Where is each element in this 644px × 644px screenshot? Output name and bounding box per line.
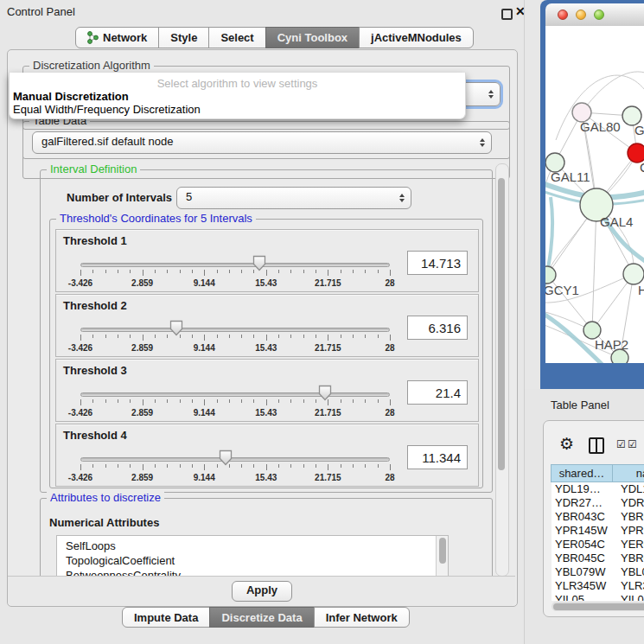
table-row[interactable]: YBR045CYBR0 <box>552 552 644 565</box>
threshold-slider[interactable]: -3.4262.8599.14415.4321.71528 <box>80 387 390 422</box>
attribute-list-item[interactable]: BetweennessCentrality <box>57 568 448 576</box>
tab-impute-data[interactable]: Impute Data <box>122 607 210 628</box>
slider-track[interactable] <box>80 392 390 397</box>
slider-tick <box>118 270 118 273</box>
tab-infer-network[interactable]: Infer Network <box>314 607 410 628</box>
slider-tick <box>105 270 106 273</box>
threshold-value-field[interactable]: 14.713 <box>407 251 468 275</box>
slider-tick <box>130 399 131 403</box>
table-cell[interactable]: YDR27… <box>552 496 614 510</box>
threshold-label: Threshold 2 <box>63 299 127 312</box>
tab-network[interactable]: Network <box>75 27 159 48</box>
slider-tick <box>278 270 279 273</box>
network-node[interactable] <box>583 322 601 339</box>
table-row[interactable]: YIL05YIL0 <box>552 593 644 601</box>
table-row[interactable]: YBL079WYBL0 <box>552 565 644 579</box>
slider-tick <box>105 399 106 403</box>
table-cell[interactable]: YLR3 <box>614 579 644 593</box>
panel-scrollbar[interactable] <box>495 163 509 577</box>
table-cell[interactable]: YDL19… <box>552 482 614 496</box>
slider-tick <box>192 270 193 273</box>
table-row[interactable]: YER054CYER0 <box>552 538 644 552</box>
tab-style[interactable]: Style <box>158 27 209 48</box>
close-traffic-light-icon[interactable] <box>558 10 568 20</box>
slider-scale-label: 2.859 <box>117 408 169 418</box>
checkbox-icon[interactable]: ☑ <box>616 438 626 450</box>
table-row[interactable]: YBR043CYBR0 <box>552 510 644 524</box>
tab-cyni-toolbox[interactable]: Cyni Toolbox <box>265 27 360 48</box>
table-cell[interactable]: YIL0 <box>614 593 644 601</box>
table-row[interactable]: YDL19…YDL1 <box>552 482 644 496</box>
attributes-groupbox: Attributes to discretize Numerical Attri… <box>40 498 493 576</box>
checkbox-icon[interactable]: ☑ <box>628 438 637 450</box>
table-cell[interactable]: YPR1 <box>614 524 644 538</box>
slider-scale-label: 9.144 <box>178 408 230 418</box>
attribute-list-item[interactable]: TopologicalCoefficient <box>57 553 448 568</box>
threshold-slider[interactable]: -3.4262.8599.14415.4321.71528 <box>80 258 390 292</box>
network-window-titlebar[interactable] <box>545 3 644 27</box>
network-node[interactable] <box>623 264 644 284</box>
algorithm-option-manual-discretization[interactable]: Manual Discretization <box>13 90 129 103</box>
threshold-slider[interactable]: -3.4262.8599.14415.4321.71528 <box>80 322 390 357</box>
table-cell[interactable]: YBL0 <box>614 565 644 579</box>
table-cell[interactable]: YPR145W <box>552 524 614 538</box>
network-node[interactable] <box>611 349 628 363</box>
threshold-slider[interactable]: -3.4262.8599.14415.4321.71528 <box>80 452 390 487</box>
table-cell[interactable]: YBL079W <box>552 565 614 579</box>
algorithm-popup-prompt: Select algorithm to view settings <box>10 77 465 90</box>
slider-scale-label: 15.43 <box>240 473 292 482</box>
slider-track[interactable] <box>80 263 390 267</box>
network-canvas[interactable]: GAL80GACGAL11GAL4GCY1HHAP2 <box>545 26 644 363</box>
tab-label: Style <box>170 31 197 44</box>
apply-button[interactable]: Apply <box>232 581 292 602</box>
slider-handle[interactable] <box>318 385 332 401</box>
slider-handle[interactable] <box>169 320 183 336</box>
table-cell[interactable]: YLR345W <box>552 579 614 593</box>
table-cell[interactable]: YDR2 <box>614 496 644 510</box>
float-window-icon[interactable] <box>501 9 513 20</box>
tab-discretize-data[interactable]: Discretize Data <box>209 607 314 628</box>
threshold-value-field[interactable]: 11.344 <box>407 445 468 469</box>
threshold-value-field[interactable]: 21.4 <box>407 380 468 405</box>
table-cell[interactable]: YBR045C <box>552 552 614 565</box>
slider-tick <box>328 464 328 470</box>
slider-tick <box>92 335 93 338</box>
threshold-value-field[interactable]: 6.316 <box>407 316 468 340</box>
table-horizontal-scrollbar[interactable] <box>552 602 644 611</box>
slider-tick <box>316 335 316 338</box>
table-cell[interactable]: YBR0 <box>614 510 644 524</box>
network-node[interactable] <box>545 266 556 284</box>
table-cell[interactable]: YER0 <box>614 538 644 552</box>
algorithm-option-equal-width-frequency-discretization[interactable]: Equal Width/Frequency Discretization <box>13 103 201 116</box>
column-header[interactable]: shared… <box>551 464 613 482</box>
network-node-label: H <box>638 283 644 297</box>
table-row[interactable]: YLR345WYLR3 <box>552 579 644 593</box>
minimize-traffic-light-icon[interactable] <box>576 10 586 20</box>
number-of-intervals-combobox[interactable]: 5 <box>176 187 411 209</box>
columns-icon[interactable] <box>589 437 604 454</box>
tab-jactivemnodules[interactable]: jActiveMNodules <box>359 27 474 48</box>
slider-track[interactable] <box>80 457 390 462</box>
slider-track[interactable] <box>80 328 390 332</box>
table-cell[interactable]: YIL05 <box>552 593 614 601</box>
table-row[interactable]: YDR27…YDR2 <box>552 496 644 510</box>
table-cell[interactable]: YER054C <box>552 538 614 552</box>
slider-tick <box>290 399 291 403</box>
attribute-list-item[interactable]: SelfLoops <box>57 539 448 553</box>
gear-icon[interactable]: ⚙ <box>559 434 574 454</box>
table-data-combobox[interactable]: galFiltered.sif default node <box>32 131 492 154</box>
slider-tick <box>130 335 131 338</box>
column-header[interactable]: na <box>612 464 644 482</box>
tab-select[interactable]: Select <box>208 27 265 48</box>
slider-tick <box>92 464 93 468</box>
numerical-attributes-list[interactable]: SelfLoopsTopologicalCoefficientBetweenne… <box>56 535 449 576</box>
zoom-traffic-light-icon[interactable] <box>594 10 604 20</box>
table-cell[interactable]: YDL1 <box>614 482 644 496</box>
table-cell[interactable]: YBR043C <box>552 510 614 524</box>
slider-handle[interactable] <box>252 255 266 271</box>
slider-tick <box>217 335 218 338</box>
table-row[interactable]: YPR145WYPR1 <box>552 524 644 538</box>
slider-handle[interactable] <box>219 450 233 466</box>
list-scrollbar[interactable] <box>436 536 448 576</box>
table-cell[interactable]: YBR0 <box>614 552 644 565</box>
